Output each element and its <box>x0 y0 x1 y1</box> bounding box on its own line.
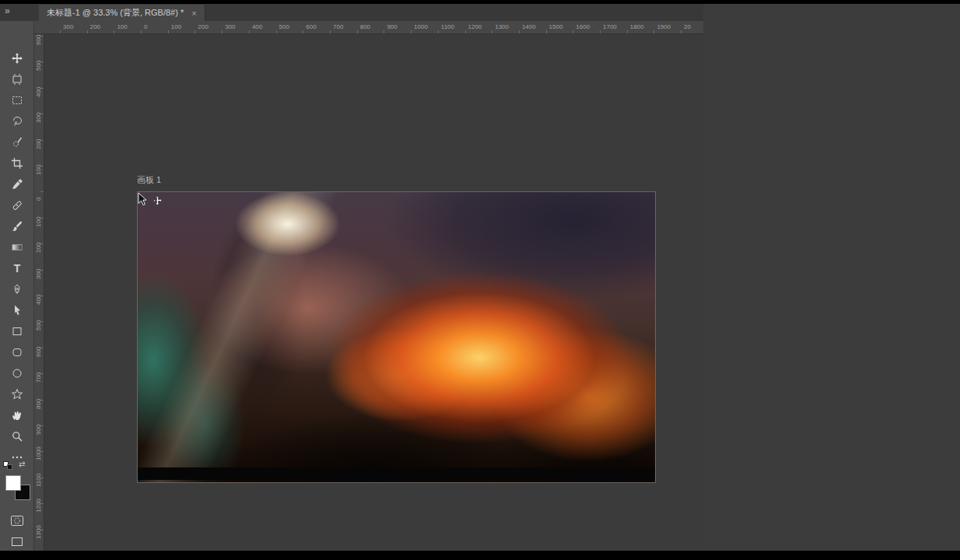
ruler-number: 1400 <box>522 23 536 30</box>
custom-shape-tool[interactable] <box>8 385 26 404</box>
photoshop-window: » 未标题-1 @ 33.3% (背景, RGB/8#) * × T ⇄ <box>0 4 960 551</box>
ruler-number: 1500 <box>549 23 563 30</box>
black-fill-layer-strip <box>138 467 655 480</box>
ruler-number: 1900 <box>657 23 671 30</box>
ruler-number: 1000 <box>414 23 428 30</box>
path-selection-tool[interactable] <box>8 301 26 320</box>
ruler-number: 300 <box>63 23 73 30</box>
ruler-number: 200 <box>198 23 208 30</box>
mouse-pointer-icon <box>138 192 149 206</box>
ruler-number: 1600 <box>576 23 590 30</box>
move-tool[interactable] <box>8 49 26 68</box>
zoom-tool[interactable] <box>8 427 26 446</box>
gradient-tool[interactable] <box>8 238 26 257</box>
quick-mask-icon[interactable] <box>8 511 26 530</box>
ruler-horizontal: 3002001000100200300400500600700800900100… <box>34 21 703 34</box>
ellipse-shape-tool[interactable] <box>8 364 26 383</box>
artboard-tool[interactable] <box>8 70 26 89</box>
ruler-number: 400 <box>252 23 262 30</box>
hand-tool[interactable] <box>8 406 26 425</box>
ruler-number: 0 <box>144 23 147 30</box>
ruler-number: 500 <box>35 61 42 71</box>
ruler-number: 700 <box>35 373 42 383</box>
eyedropper-tool[interactable] <box>8 175 26 194</box>
document-tab-title: 未标题-1 @ 33.3% (背景, RGB/8#) * <box>47 7 184 19</box>
ruler-number: 200 <box>90 23 100 30</box>
brush-overlay-blob <box>365 289 410 331</box>
rectangular-marquee-tool[interactable] <box>8 91 26 110</box>
ruler-number: 400 <box>35 295 42 305</box>
ruler-number: 1200 <box>468 23 482 30</box>
ruler-number: 600 <box>35 35 42 45</box>
foreground-color-swatch[interactable] <box>5 475 21 491</box>
ruler-number: 900 <box>35 425 42 435</box>
ruler-number: 100 <box>117 23 127 30</box>
rectangle-shape-tool[interactable] <box>8 322 26 341</box>
ruler-vertical: 6005004003002001000100200300400500600700… <box>34 34 44 551</box>
artboard-label[interactable]: 画板 1 <box>137 174 161 186</box>
ruler-number: 200 <box>35 243 42 253</box>
crop-tool[interactable] <box>8 154 26 173</box>
lasso-tool[interactable] <box>8 112 26 131</box>
ruler-number: 500 <box>279 23 289 30</box>
type-tool[interactable]: T <box>8 259 26 278</box>
ruler-number: 800 <box>360 23 370 30</box>
ruler-number: 300 <box>225 23 235 30</box>
ruler-number: 400 <box>35 86 42 96</box>
ruler-number: 600 <box>306 23 316 30</box>
brush-tool[interactable] <box>8 217 26 236</box>
ruler-number: 500 <box>35 320 42 331</box>
switch-colors-icon[interactable]: ⇄ <box>19 460 25 468</box>
ruler-number: 20 <box>684 23 691 30</box>
ruler-number: 1000 <box>35 447 42 461</box>
rounded-rectangle-shape-tool[interactable] <box>8 343 26 362</box>
document-tab[interactable]: 未标题-1 @ 33.3% (背景, RGB/8#) * × <box>39 5 205 21</box>
ruler-number: 100 <box>35 165 42 175</box>
ruler-number: 900 <box>387 23 397 30</box>
ruler-number: 600 <box>35 346 42 356</box>
ruler-number: 1300 <box>495 23 509 30</box>
ruler-number: 100 <box>35 216 42 226</box>
ruler-number: 1200 <box>35 499 42 513</box>
canvas-area[interactable]: 6005004003002001000100200300400500600700… <box>34 34 703 551</box>
spot-healing-brush-tool[interactable] <box>8 196 26 215</box>
ruler-number: 1800 <box>630 23 644 30</box>
ruler-number: 1100 <box>441 23 454 30</box>
screen-mode-icon[interactable] <box>8 532 26 551</box>
pen-tool[interactable] <box>8 280 26 299</box>
artboard-image[interactable] <box>137 191 656 483</box>
ruler-number: 100 <box>171 23 181 30</box>
move-cursor-icon <box>152 195 163 206</box>
ruler-number: 1100 <box>35 474 42 487</box>
ruler-number: 200 <box>35 138 42 149</box>
ruler-number: 1300 <box>35 525 42 539</box>
toolbar-collapse-icon[interactable]: » <box>5 5 11 16</box>
ruler-number: 1700 <box>603 23 617 30</box>
document-tab-strip: » 未标题-1 @ 33.3% (背景, RGB/8#) * × <box>0 4 703 21</box>
ruler-number: 300 <box>35 268 42 278</box>
ruler-number: 0 <box>35 198 42 201</box>
ruler-number: 700 <box>333 23 343 30</box>
ruler-number: 800 <box>35 398 42 408</box>
quick-selection-tool[interactable] <box>8 133 26 152</box>
ruler-number: 300 <box>35 113 42 123</box>
close-icon[interactable]: × <box>191 9 196 18</box>
default-colors-icon[interactable] <box>3 461 14 471</box>
tools-panel: T ⇄ <box>0 21 34 551</box>
